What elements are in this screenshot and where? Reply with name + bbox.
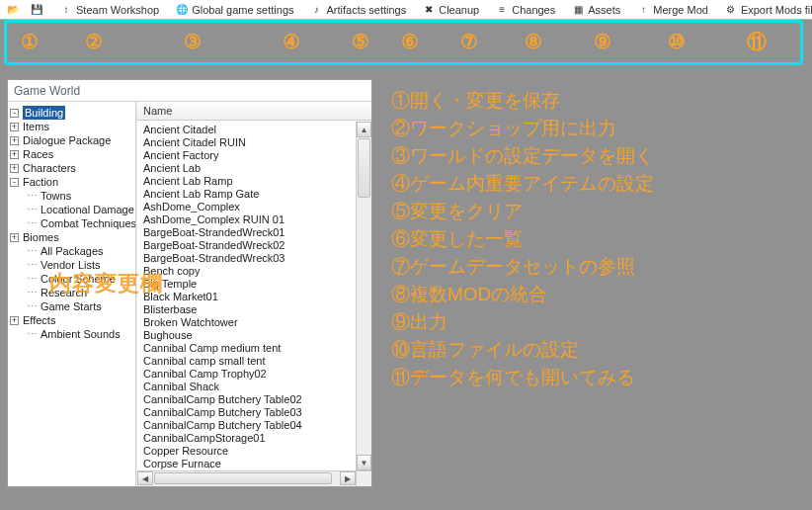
scroll-thumb[interactable] bbox=[358, 138, 370, 198]
tree-label[interactable]: Colour Scheme bbox=[41, 272, 116, 286]
tree-leaf-icon: ⋯ bbox=[27, 189, 38, 203]
changes[interactable]: ≡Changes bbox=[491, 1, 559, 19]
expand-icon[interactable]: + bbox=[10, 164, 19, 173]
list-item[interactable]: Bughouse bbox=[143, 329, 350, 342]
legend-line: ⑧複数MODの統合 bbox=[391, 281, 654, 308]
collapse-icon[interactable]: - bbox=[10, 178, 19, 187]
tree-label[interactable]: Dialogue Package bbox=[23, 133, 111, 147]
tree-label[interactable]: Game Starts bbox=[41, 299, 102, 313]
list-item[interactable]: BargeBoat-StrandedWreck01 bbox=[143, 226, 350, 239]
list-item[interactable]: Ancient Lab bbox=[143, 162, 350, 175]
tree-node[interactable]: ⋯Combat Techniques bbox=[10, 216, 133, 230]
tree-label[interactable]: Vendor Lists bbox=[41, 258, 101, 272]
list-item[interactable]: Copper Resource bbox=[143, 445, 350, 458]
list-item[interactable]: Broken Watchtower bbox=[143, 316, 350, 329]
tree-label[interactable]: Races bbox=[23, 147, 53, 161]
merge-mod-icon: ↑ bbox=[636, 3, 650, 17]
merge-mod[interactable]: ↑Merge Mod bbox=[632, 1, 712, 19]
tree-node[interactable]: ⋯Ambient Sounds bbox=[10, 327, 133, 341]
tree-label[interactable]: Items bbox=[23, 120, 49, 133]
tree-node[interactable]: -Building bbox=[10, 106, 133, 120]
artifacts-settings[interactable]: ♪Artifacts settings bbox=[306, 1, 411, 19]
export-mods-file-icon: ⚙ bbox=[724, 3, 738, 17]
tree-label[interactable]: Towns bbox=[41, 189, 71, 203]
list-item[interactable]: Cannibal Camp Trophy02 bbox=[143, 368, 350, 381]
expand-icon[interactable]: + bbox=[10, 136, 19, 145]
legend-line: ⑦ゲームデータセットの参照 bbox=[391, 253, 654, 281]
hscroll-thumb[interactable] bbox=[154, 472, 332, 484]
list-item[interactable]: CannibalCamp Butchery Table04 bbox=[143, 419, 350, 432]
expand-icon[interactable]: + bbox=[10, 316, 19, 325]
collapse-icon[interactable]: - bbox=[10, 109, 19, 118]
list-item[interactable]: CannibalCamp Butchery Table03 bbox=[143, 406, 350, 419]
list-item[interactable]: Ancient Citadel bbox=[143, 124, 350, 136]
list-item[interactable]: Cannibal camp small tent bbox=[143, 355, 350, 368]
artifacts-settings-icon: ♪ bbox=[310, 3, 324, 17]
tree-node[interactable]: ⋯Research bbox=[10, 286, 133, 299]
list-item[interactable]: Ancient Lab Ramp bbox=[143, 175, 350, 188]
list-item[interactable]: Ancient Lab Ramp Gate bbox=[143, 188, 350, 201]
scroll-up-button[interactable]: ▲ bbox=[357, 122, 371, 137]
list-header-name[interactable]: Name bbox=[137, 102, 371, 121]
tree-node[interactable]: +Effects bbox=[10, 313, 133, 327]
scroll-left-button[interactable]: ◀ bbox=[137, 471, 153, 485]
tree-node[interactable]: +Races bbox=[10, 147, 133, 161]
assets[interactable]: ▦Assets bbox=[567, 1, 624, 19]
tree-node[interactable]: ⋯Vendor Lists bbox=[10, 258, 133, 272]
tree-node[interactable]: ⋯All Packages bbox=[10, 244, 133, 258]
tree-label[interactable]: All Packages bbox=[41, 244, 104, 258]
expand-icon[interactable]: + bbox=[10, 233, 19, 242]
tree-node[interactable]: +Dialogue Package bbox=[10, 133, 133, 147]
list-item[interactable]: Black Market01 bbox=[143, 291, 350, 303]
tree-label[interactable]: Effects bbox=[23, 313, 55, 327]
tree-view[interactable]: -Building+Items+Dialogue Package+Races+C… bbox=[8, 102, 136, 486]
legend-line: ③ワールドの設定データを開く bbox=[391, 142, 654, 170]
tree-label[interactable]: Faction bbox=[23, 175, 58, 189]
changes-label: Changes bbox=[512, 4, 555, 16]
scroll-down-button[interactable]: ▼ bbox=[357, 455, 371, 470]
expand-icon[interactable]: + bbox=[10, 150, 19, 159]
steam-workshop[interactable]: ↕Steam Workshop bbox=[55, 1, 163, 19]
list-item[interactable]: Bench copy bbox=[143, 265, 350, 278]
list-item[interactable]: AshDome_Complex RUIN 01 bbox=[143, 213, 350, 226]
global-game-settings[interactable]: 🌐Global game settings bbox=[171, 1, 297, 19]
save-icon[interactable]: 💾 bbox=[26, 1, 47, 19]
tree-node[interactable]: -Faction bbox=[10, 175, 133, 189]
open-icon[interactable]: 📂 bbox=[2, 1, 24, 19]
tree-node[interactable]: ⋯Locational Damage bbox=[10, 203, 133, 216]
list-item[interactable]: Cannibal Shack bbox=[143, 381, 350, 393]
tree-label[interactable]: Characters bbox=[23, 161, 76, 175]
horizontal-scrollbar[interactable]: ◀ ▶ bbox=[137, 470, 356, 486]
tree-node[interactable]: +Items bbox=[10, 120, 133, 133]
cleanup[interactable]: ✖Cleanup bbox=[418, 1, 483, 19]
list-item[interactable]: Corpse Furnace bbox=[143, 458, 350, 470]
tree-label[interactable]: Building bbox=[23, 106, 65, 120]
tree-node[interactable]: +Biomes bbox=[10, 230, 133, 244]
list-item[interactable]: Ancient Factory bbox=[143, 149, 350, 162]
tree-label[interactable]: Combat Techniques bbox=[41, 216, 136, 230]
list-item[interactable]: BargeBoat-StrandedWreck03 bbox=[143, 252, 350, 265]
list-item[interactable]: CannibalCamp Butchery Table02 bbox=[143, 393, 350, 406]
tree-label[interactable]: Locational Damage bbox=[41, 203, 134, 216]
list-item[interactable]: AshDome_Complex bbox=[143, 201, 350, 213]
expand-icon[interactable]: + bbox=[10, 123, 19, 131]
vertical-scrollbar[interactable]: ▲ ▼ bbox=[356, 122, 371, 470]
list-item[interactable]: Ancient Citadel RUIN bbox=[143, 136, 350, 149]
list-item[interactable]: CannibalCampStorage01 bbox=[143, 432, 350, 445]
open-icon-icon: 📂 bbox=[6, 3, 20, 17]
scroll-right-button[interactable]: ▶ bbox=[340, 471, 356, 485]
tree-label[interactable]: Ambient Sounds bbox=[41, 327, 121, 341]
annotation-legend: ①開く・変更を保存②ワークショップ用に出力③ワールドの設定データを開く④ゲーム内… bbox=[391, 87, 654, 391]
tree-node[interactable]: +Characters bbox=[10, 161, 133, 175]
tree-node[interactable]: ⋯Colour Scheme bbox=[10, 272, 133, 286]
list-item[interactable]: Big Temple bbox=[143, 278, 350, 291]
tree-node[interactable]: ⋯Game Starts bbox=[10, 299, 133, 313]
tree-node[interactable]: ⋯Towns bbox=[10, 189, 133, 203]
tree-label[interactable]: Biomes bbox=[23, 230, 59, 244]
list-item[interactable]: Cannibal Camp medium tent bbox=[143, 342, 350, 355]
list-item[interactable]: BargeBoat-StrandedWreck02 bbox=[143, 239, 350, 252]
tree-label[interactable]: Research bbox=[41, 286, 87, 299]
export-mods-file[interactable]: ⚙Export Mods file bbox=[720, 1, 812, 19]
list-item[interactable]: Blisterbase bbox=[143, 303, 350, 316]
list-body[interactable]: Ancient CitadelAncient Citadel RUINAncie… bbox=[137, 122, 356, 470]
